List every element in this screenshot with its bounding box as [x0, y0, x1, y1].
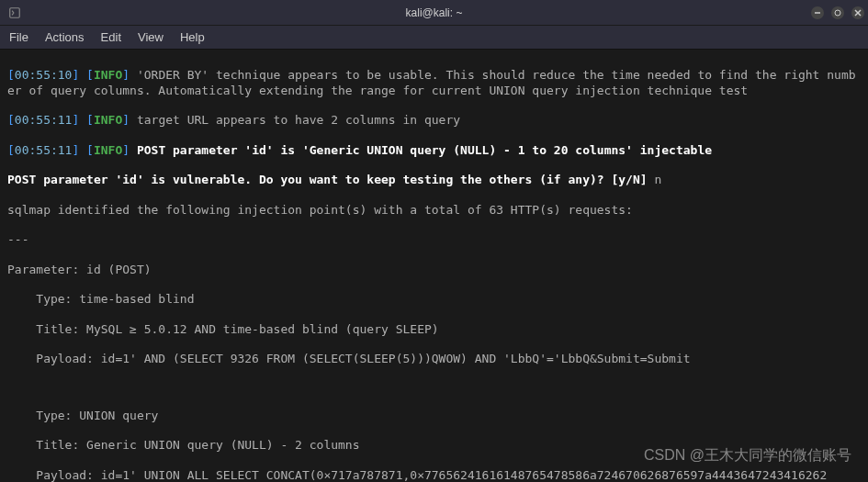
log-line: POST parameter 'id' is vulnerable. Do yo… — [7, 173, 861, 187]
minimize-button[interactable] — [811, 6, 824, 19]
watermark: CSDN @王木大同学的微信账号 — [644, 446, 851, 465]
log-line: Parameter: id (POST) — [7, 263, 861, 277]
log-line: sqlmap identified the following injectio… — [7, 203, 861, 218]
svg-rect-0 — [10, 7, 20, 17]
close-button[interactable] — [851, 6, 864, 19]
log-line: Payload: id=1' UNION ALL SELECT CONCAT(0… — [7, 468, 861, 482]
terminal-output[interactable]: [00:55:10] [INFO] 'ORDER BY' technique a… — [0, 50, 868, 482]
menubar: File Actions Edit View Help — [0, 26, 868, 50]
window-controls — [811, 6, 864, 19]
menu-edit[interactable]: Edit — [101, 30, 121, 44]
log-line: Title: MySQL ≥ 5.0.12 AND time-based bli… — [7, 322, 861, 337]
log-line: Payload: id=1' AND (SELECT 9326 FROM (SE… — [7, 352, 861, 366]
menu-help[interactable]: Help — [180, 30, 205, 44]
log-line: [00:55:11] [INFO] target URL appears to … — [7, 113, 861, 128]
window-title: kali@kali: ~ — [406, 6, 463, 19]
maximize-button[interactable] — [831, 6, 844, 19]
log-line: [00:55:10] [INFO] 'ORDER BY' technique a… — [7, 68, 861, 98]
log-line: --- — [7, 232, 861, 247]
log-line: Type: UNION query — [7, 409, 861, 423]
menu-view[interactable]: View — [138, 30, 163, 44]
log-line: [00:55:11] [INFO] POST parameter 'id' is… — [7, 143, 861, 158]
titlebar: kali@kali: ~ — [0, 0, 868, 26]
log-line: Type: time-based blind — [7, 292, 861, 307]
svg-point-2 — [835, 10, 840, 16]
app-icon — [7, 6, 22, 20]
menu-actions[interactable]: Actions — [45, 30, 85, 44]
menu-file[interactable]: File — [9, 30, 28, 44]
